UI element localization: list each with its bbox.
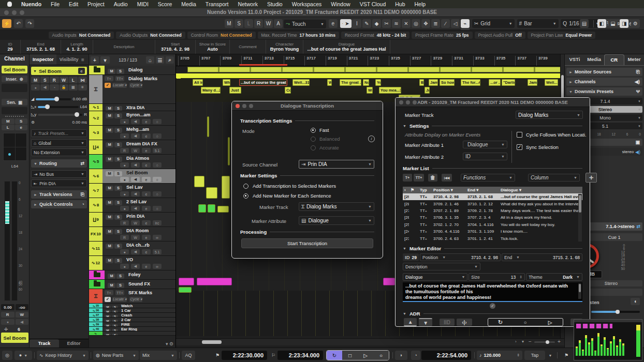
shuttle-button[interactable]: ◗ — [395, 351, 407, 360]
track-row-mehg-am[interactable]: ∿3MSMehg...am●◀e○ — [89, 126, 175, 140]
tap-options-caret[interactable]: ▼ — [547, 351, 554, 360]
track-row-sel-boom[interactable]: ∿6MSSel Boom●◀e○ — [89, 169, 175, 184]
track-s-button[interactable]: S — [114, 142, 122, 147]
record-mode-button[interactable]: ●▼ — [14, 351, 32, 360]
end-field[interactable]: End▼3715. 2. 1. 68 — [502, 253, 582, 261]
audio-event[interactable] — [198, 204, 206, 213]
column-dropdown[interactable]: Column▼ — [528, 174, 580, 182]
monitor-button[interactable]: ◀ — [131, 191, 140, 197]
marker-up-button[interactable]: ▲ — [404, 318, 417, 326]
add-track-button[interactable]: + — [91, 56, 99, 64]
marker-table-scrollbar[interactable] — [578, 194, 582, 242]
track-row-sound-fx[interactable]: MSSound FX — [89, 280, 175, 289]
track-row-dream-dia-fx[interactable]: ∐4MSDream DIA FXRWe5.1 — [89, 140, 175, 155]
marker-event[interactable]: W — [327, 79, 332, 86]
freeze-or-format-button[interactable]: ○ — [153, 177, 162, 182]
right-locator-icon[interactable]: ⚐ — [269, 351, 277, 360]
track-m-button[interactable]: M — [106, 244, 113, 249]
track-s-button[interactable]: S — [114, 244, 122, 249]
inspector-icon-button-5[interactable]: ✳ — [78, 84, 87, 90]
transcription-dialog-titlebar[interactable]: Dialogue Transcription — [232, 101, 383, 111]
add-to-selected-radio[interactable]: Add Transcription to Selected Markers — [243, 183, 336, 189]
use-track-preset-button[interactable]: ▾ — [100, 56, 110, 64]
edit-channel-button[interactable]: e — [142, 264, 151, 269]
inspector-icon-button-1[interactable]: ◀ — [40, 84, 49, 90]
minimize-dialog-button[interactable] — [242, 104, 246, 108]
monitor-speaker-icon[interactable]: ◀) — [635, 149, 640, 155]
level-value[interactable]: 0.00 — [1, 304, 14, 310]
peak-value[interactable]: -oo — [16, 304, 28, 310]
attr1-dropdown[interactable]: Dialogue▼ — [463, 141, 507, 148]
edit-channel-button[interactable]: e — [142, 249, 151, 254]
edit-channel-button[interactable]: e — [142, 177, 151, 182]
inspector-w-button[interactable]: W — [60, 77, 68, 83]
horizontal-scroll-thumb[interactable] — [202, 340, 222, 344]
track-row-dia-atmos[interactable]: ∿5MSDia Atmos●◀e○ — [89, 155, 175, 169]
marker-table[interactable]: ›⚑TypPosition ▾End ▾Dialogue ▾[29]TT₊371… — [403, 187, 582, 242]
track-row-fire[interactable]: ∿39MSFIRE — [89, 322, 175, 327]
marker-table-row[interactable]: [26]TT₊3706. 3. 1. 353707. 2. 3. 4All in… — [403, 214, 582, 221]
folder-icon[interactable] — [94, 68, 100, 72]
audio-event[interactable] — [383, 278, 395, 285]
track-row-sel-lav[interactable]: ∿7MSSel Lav●◀e○ — [89, 184, 175, 198]
add-new-marker-radio[interactable]: Add New Marker for Each Sentence — [243, 193, 331, 199]
description-field[interactable]: Description▼ — [403, 263, 480, 270]
primary-time-display[interactable]: 2:22:54.000 — [421, 351, 471, 360]
stop-button[interactable]: □ — [342, 351, 358, 360]
cycle-follows-checkbox[interactable]: Cycle Follows When Locati. — [517, 132, 587, 138]
adr-close-button[interactable] — [399, 100, 403, 104]
track-versions-section[interactable]: ►Track Versions⎘ — [31, 190, 87, 199]
channel-l-button[interactable]: L — [2, 125, 14, 130]
track-row-dialog-marks[interactable]: ꞮT+TT+Dialog Marks✓Locate ▾Cycle ▾ — [89, 75, 175, 104]
column-header-1[interactable]: ⚑ — [409, 188, 418, 192]
pan-x-slider-row[interactable]: ◺x L64 — [31, 104, 87, 109]
audio-record-mode-dropdown[interactable]: ∿Keep History▼ — [37, 351, 89, 360]
track-presets-dropdown[interactable]: ♪Track Presets...▼ — [31, 129, 87, 137]
position-field[interactable]: Position▼3710. 4. 2. 98 — [420, 253, 501, 261]
track-m-button[interactable]: M — [108, 69, 115, 74]
marker-event[interactable]: "Darlin — [502, 79, 515, 86]
cycle-dropdown[interactable]: Cycle ▾ — [129, 297, 142, 302]
marker-event[interactable]: The great ...33 — [340, 79, 361, 86]
confirm-text-button[interactable]: ✓ — [490, 303, 495, 309]
marker-event[interactable]: So how — [440, 79, 455, 86]
marker-event[interactable]: Jam — [429, 79, 438, 86]
audio-event[interactable] — [228, 137, 230, 165]
metronome-button[interactable]: ◎ — [2, 351, 12, 360]
theme-field[interactable]: ThemeDark▼ — [526, 273, 582, 281]
track-m-button[interactable]: M — [105, 334, 111, 336]
marker-event[interactable]: Well... — [545, 79, 558, 86]
marker-event[interactable]: Ye — [375, 79, 381, 86]
sends-button[interactable]: Sen.▣ — [2, 99, 27, 105]
track-home-button[interactable]: ⌂ — [146, 56, 154, 64]
functions-dropdown[interactable]: Functions▼ — [461, 174, 515, 182]
zoom-in-icon[interactable]: + — [558, 339, 561, 344]
delete-marker-icon[interactable]: 🗑 — [428, 174, 437, 182]
inspector-⋈-button[interactable]: ⋈ — [78, 77, 87, 83]
mode-fast-radio[interactable]: Fast — [311, 127, 329, 133]
column-header-2[interactable]: Typ — [418, 188, 432, 192]
column-header-5[interactable]: Dialogue ▾ — [499, 188, 580, 192]
audio-event[interactable] — [206, 187, 217, 199]
marker-settings-icon[interactable]: ✛ — [586, 173, 597, 183]
monitor-button[interactable]: ◀ — [131, 249, 140, 254]
dialogue-text-editor[interactable]: ...but of course the great James Hall ov… — [403, 282, 582, 302]
freeze-or-format-button[interactable]: lrc — [153, 220, 162, 225]
track-s-button[interactable]: S — [114, 258, 122, 263]
info-icon[interactable]: i — [368, 135, 375, 142]
pan-y-slider-row[interactable]: ◺y R — [31, 112, 87, 117]
folder-track-events[interactable] — [187, 67, 562, 72]
audio-event[interactable] — [179, 278, 194, 285]
auto-quantize-button[interactable]: AQ — [182, 351, 195, 360]
track-s-button[interactable]: S — [116, 274, 124, 279]
track-m-button[interactable]: M — [106, 171, 113, 176]
marker-attribute-dropdown[interactable]: ▤Dialogue▼ — [299, 216, 374, 225]
marker-table-row[interactable]: [24]TT₊3700. 4. 4.1163701. 3. 1.109I kno… — [403, 228, 582, 235]
attr2-dropdown[interactable]: ID▼ — [463, 153, 507, 160]
dialogue-attribute-field[interactable]: Dialogue▼ — [403, 273, 467, 281]
folder-icon[interactable] — [94, 282, 100, 286]
right-locator-time[interactable]: 2:23:34.000 — [277, 351, 323, 360]
record-enable-button[interactable]: ● — [120, 133, 129, 139]
track-row-byron-am[interactable]: ∿2MSByron...am●◀e○ — [89, 111, 175, 126]
edit-channel-button[interactable]: e — [142, 162, 151, 168]
